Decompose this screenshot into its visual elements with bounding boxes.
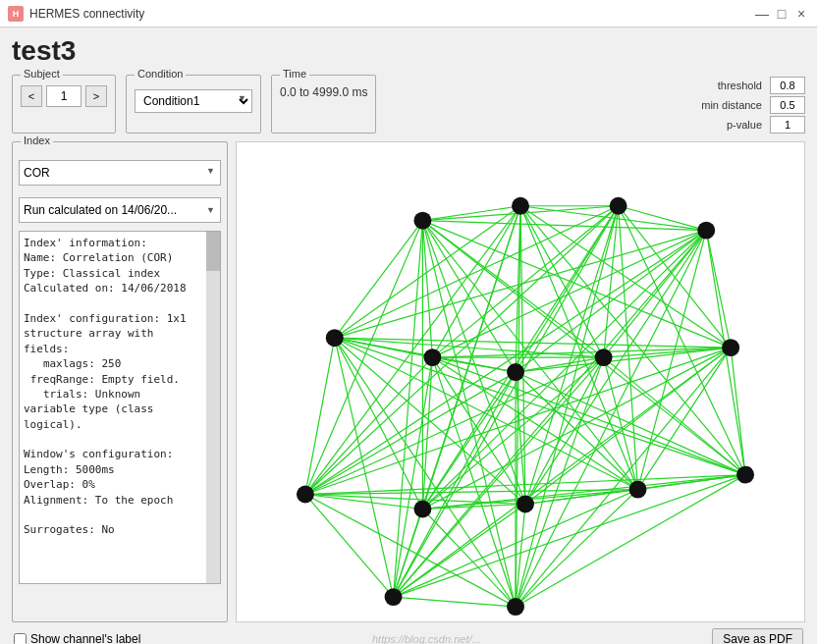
- run-select[interactable]: Run calculated on 14/06/20...: [19, 197, 221, 223]
- node-11: [517, 496, 534, 513]
- title-bar-title: HERMES connectivity: [29, 7, 144, 21]
- svg-line-59: [335, 338, 423, 509]
- svg-line-96: [731, 348, 745, 474]
- node-13: [736, 466, 754, 484]
- node-3: [697, 222, 715, 240]
- subject-group: Subject < >: [12, 75, 116, 134]
- svg-line-95: [638, 348, 732, 489]
- minimize-button[interactable]: —: [754, 6, 770, 22]
- scrollbar[interactable]: [206, 232, 220, 583]
- svg-line-112: [394, 504, 525, 597]
- svg-line-29: [619, 206, 707, 231]
- show-channels-label: Show channel's label: [30, 632, 140, 644]
- svg-line-103: [305, 495, 394, 598]
- svg-line-46: [706, 231, 731, 349]
- main-area: test3 Subject < > Condition Condition1 T…: [0, 27, 817, 644]
- svg-line-6: [422, 221, 603, 357]
- svg-line-84: [604, 348, 731, 357]
- svg-line-75: [516, 357, 604, 372]
- node-10: [413, 501, 431, 518]
- svg-line-25: [520, 206, 638, 490]
- svg-line-62: [335, 338, 745, 474]
- controls-row: Subject < > Condition Condition1 Time 0.…: [12, 75, 805, 134]
- node-5: [423, 349, 441, 366]
- title-bar-left: H HERMES connectivity: [8, 6, 144, 22]
- threshold-input[interactable]: [770, 77, 805, 94]
- svg-line-18: [432, 206, 520, 357]
- node-2: [610, 197, 627, 215]
- p-value-input[interactable]: [770, 116, 805, 134]
- svg-line-2: [422, 221, 706, 231]
- subject-prev-button[interactable]: <: [21, 85, 42, 107]
- node-0: [413, 212, 431, 230]
- node-8: [722, 339, 739, 356]
- subject-next-button[interactable]: >: [85, 85, 107, 107]
- node-6: [507, 363, 524, 381]
- svg-line-44: [516, 231, 706, 372]
- maximize-button[interactable]: □: [774, 6, 790, 22]
- node-15: [507, 598, 524, 616]
- threshold-label: threshold: [701, 80, 762, 91]
- condition-select-wrapper: Condition1: [135, 83, 252, 113]
- svg-line-40: [394, 206, 619, 597]
- node-12: [629, 481, 647, 499]
- index-panel: Index COR Run calculated on 14/06/20... …: [12, 141, 228, 622]
- svg-line-43: [432, 231, 706, 357]
- svg-line-119: [394, 597, 516, 607]
- svg-line-47: [305, 231, 706, 495]
- save-pdf-button[interactable]: Save as PDF: [712, 628, 803, 644]
- index-info-text: Index' information: Name: Correlation (C…: [24, 236, 216, 538]
- index-legend: Index: [21, 134, 53, 146]
- svg-line-118: [516, 475, 745, 607]
- time-group: Time 0.0 to 4999.0 ms: [271, 75, 376, 134]
- index-select-wrapper: COR: [19, 152, 221, 189]
- graph-nodes: [297, 197, 754, 616]
- svg-line-93: [422, 348, 731, 509]
- svg-line-109: [422, 509, 516, 607]
- title-bar: H HERMES connectivity — □ ×: [0, 0, 817, 27]
- svg-line-3: [335, 221, 423, 339]
- index-info-box[interactable]: Index' information: Name: Correlation (C…: [19, 231, 221, 584]
- node-4: [326, 329, 344, 347]
- min-distance-input[interactable]: [770, 96, 805, 114]
- time-legend: Time: [280, 68, 309, 80]
- subject-legend: Subject: [21, 68, 63, 80]
- svg-line-52: [394, 231, 707, 597]
- subject-box: < >: [21, 80, 107, 107]
- app-icon: H: [8, 6, 24, 22]
- network-graph: [237, 142, 804, 621]
- condition-legend: Condition: [135, 68, 186, 80]
- page-title: test3: [12, 35, 805, 67]
- title-bar-controls: — □ ×: [754, 6, 809, 22]
- time-value: 0.0 to 4999.0 ms: [280, 85, 367, 99]
- condition-group: Condition Condition1: [126, 75, 261, 134]
- svg-line-69: [422, 357, 432, 509]
- content-row: Index COR Run calculated on 14/06/20... …: [12, 141, 805, 622]
- node-1: [512, 197, 529, 215]
- show-channels-checkbox[interactable]: [14, 633, 27, 645]
- p-value-label: p-value: [701, 119, 762, 131]
- node-7: [595, 349, 613, 366]
- node-14: [385, 588, 403, 606]
- svg-line-0: [422, 206, 520, 221]
- scrollbar-thumb: [206, 232, 220, 271]
- show-channels-container: Show channel's label: [14, 632, 140, 644]
- threshold-panel: threshold min distance p-value: [701, 75, 805, 134]
- close-button[interactable]: ×: [793, 6, 809, 22]
- watermark-text: https://blog.csdn.net/...: [372, 633, 481, 644]
- index-select[interactable]: COR: [19, 160, 221, 186]
- min-distance-label: min distance: [701, 99, 762, 111]
- condition-select[interactable]: Condition1: [135, 89, 252, 113]
- time-box: 0.0 to 4999.0 ms: [280, 80, 367, 99]
- footer: Show channel's label https://blog.csdn.n…: [12, 628, 805, 644]
- subject-input[interactable]: [46, 85, 82, 107]
- run-select-wrapper: Run calculated on 14/06/20...: [19, 193, 221, 227]
- graph-area: [236, 141, 805, 622]
- graph-edges: [305, 206, 745, 607]
- node-9: [297, 486, 314, 504]
- svg-line-45: [604, 231, 707, 357]
